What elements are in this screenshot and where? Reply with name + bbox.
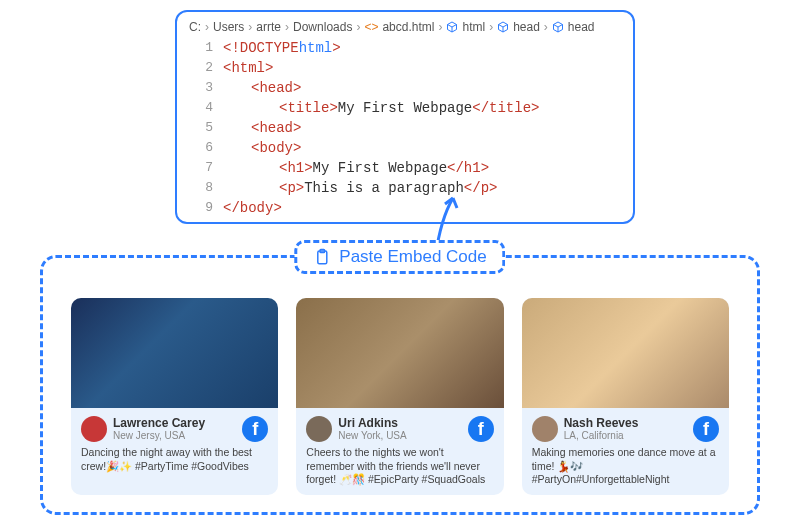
line-number: 8 [189,178,213,198]
chevron-right-icon: › [489,20,493,34]
breadcrumb-item: head [513,20,540,34]
chevron-right-icon: › [544,20,548,34]
code-text: My First Webpage [313,158,447,178]
breadcrumb-item: html [462,20,485,34]
user-name: Nash Reeves [564,417,687,430]
facebook-icon: f [242,416,268,442]
code-text: <head> [251,78,301,98]
embed-label: Paste Embed Code [294,240,505,274]
user-name: Uri Adkins [338,417,461,430]
code-text: <body> [251,138,301,158]
cube-icon [497,21,509,33]
breadcrumb-item: Downloads [293,20,352,34]
code-text: <head> [251,118,301,138]
code-text: <!DOCTYPE [223,38,299,58]
embed-label-text: Paste Embed Code [339,247,486,267]
avatar [306,416,332,442]
chevron-right-icon: › [438,20,442,34]
user-name: Lawrence Carey [113,417,236,430]
breadcrumb-item: abcd.html [382,20,434,34]
code-text: > [332,38,340,58]
breadcrumb-item: arrte [256,20,281,34]
chevron-right-icon: › [285,20,289,34]
social-card: Uri Adkins New York, USA f Cheers to the… [296,298,503,495]
user-location: LA, California [564,430,687,441]
user-location: New York, USA [338,430,461,441]
line-number: 9 [189,198,213,218]
social-card: Nash Reeves LA, California f Making memo… [522,298,729,495]
facebook-icon: f [693,416,719,442]
card-image [71,298,278,408]
line-number: 2 [189,58,213,78]
card-image [522,298,729,408]
cube-icon [552,21,564,33]
code-text: <html> [223,58,273,78]
code-text: <h1> [279,158,313,178]
code-block: 1<!DOCTYPE html> 2<html> 3<head> 4<title… [189,38,621,218]
breadcrumb-item: C: [189,20,201,34]
avatar [532,416,558,442]
chevron-right-icon: › [205,20,209,34]
line-number: 6 [189,138,213,158]
code-text: </p> [464,178,498,198]
line-number: 5 [189,118,213,138]
card-image [296,298,503,408]
post-text: Cheers to the nights we won't remember w… [306,446,493,487]
line-number: 3 [189,78,213,98]
chevron-right-icon: › [248,20,252,34]
clipboard-icon [313,247,331,267]
code-text: <title> [279,98,338,118]
code-icon: <> [364,20,378,34]
cube-icon [446,21,458,33]
breadcrumb-item: head [568,20,595,34]
code-text: </h1> [447,158,489,178]
breadcrumb: C:› Users› arrte› Downloads› <> abcd.htm… [189,20,621,34]
post-text: Making memories one dance move at a time… [532,446,719,487]
code-text: html [299,38,333,58]
embed-zone: Paste Embed Code Lawrence Carey New Jers… [40,255,760,515]
facebook-icon: f [468,416,494,442]
code-text: </title> [472,98,539,118]
code-editor: C:› Users› arrte› Downloads› <> abcd.htm… [175,10,635,224]
code-text: </body> [223,198,282,218]
user-location: New Jersy, USA [113,430,236,441]
social-card: Lawrence Carey New Jersy, USA f Dancing … [71,298,278,495]
post-text: Dancing the night away with the best cre… [81,446,268,473]
code-text: <p> [279,178,304,198]
avatar [81,416,107,442]
breadcrumb-item: Users [213,20,244,34]
chevron-right-icon: › [356,20,360,34]
line-number: 1 [189,38,213,58]
card-list: Lawrence Carey New Jersy, USA f Dancing … [43,298,757,495]
line-number: 7 [189,158,213,178]
line-number: 4 [189,98,213,118]
code-text: My First Webpage [338,98,472,118]
